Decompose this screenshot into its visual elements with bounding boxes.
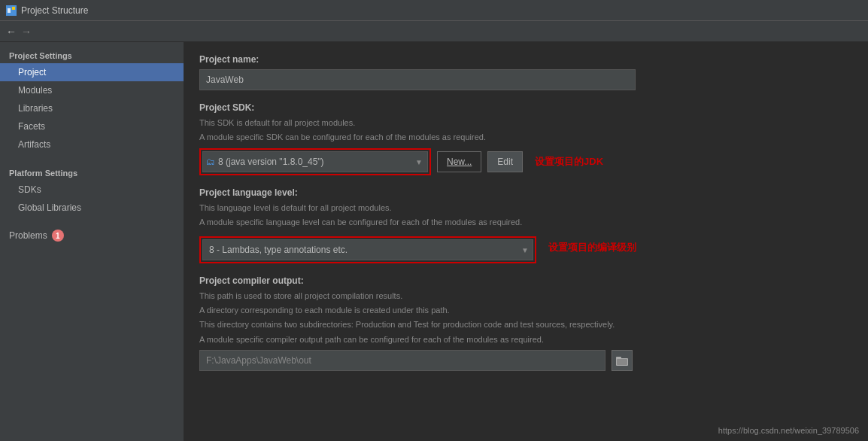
problems-section: Problems 1 bbox=[0, 226, 184, 245]
compiler-output-input[interactable] bbox=[199, 350, 605, 371]
sdk-annotation: 设置项目的JDK bbox=[535, 155, 603, 169]
lang-annotation: 设置项目的编译级别 bbox=[548, 241, 636, 254]
sidebar-item-facets[interactable]: Facets bbox=[0, 117, 184, 135]
title-bar: Project Structure bbox=[0, 0, 868, 21]
sidebar-item-problems[interactable]: Problems 1 bbox=[0, 226, 184, 245]
sidebar-item-modules[interactable]: Modules bbox=[0, 81, 184, 99]
lang-dropdown-border: 8 - Lambdas, type annotations etc. ▼ bbox=[199, 236, 536, 263]
compiler-desc3: This directory contains two subdirectori… bbox=[199, 319, 853, 330]
problems-label: Problems bbox=[9, 230, 47, 241]
content-area: Project name: Project SDK: This SDK is d… bbox=[184, 42, 868, 441]
lang-desc1: This language level is default for all p… bbox=[199, 202, 853, 214]
svg-rect-1 bbox=[8, 8, 11, 13]
title-bar-text: Project Structure bbox=[21, 5, 88, 16]
back-button[interactable]: ← bbox=[6, 26, 17, 38]
compiler-output-label: Project compiler output: bbox=[199, 275, 853, 286]
sdk-edit-button[interactable]: Edit bbox=[487, 151, 523, 172]
problems-badge: 1 bbox=[52, 230, 64, 242]
sidebar-item-sdks[interactable]: SDKs bbox=[0, 181, 184, 199]
sidebar-item-libraries[interactable]: Libraries bbox=[0, 99, 184, 117]
language-level-section: Project language level: This language le… bbox=[199, 187, 853, 263]
project-sdk-section: Project SDK: This SDK is default for all… bbox=[199, 102, 853, 175]
lang-desc2: A module specific language level can be … bbox=[199, 217, 853, 228]
compiler-output-row bbox=[199, 350, 853, 371]
lang-dropdown-wrapper: 8 - Lambdas, type annotations etc. ▼ bbox=[202, 239, 533, 260]
project-name-section: Project name: bbox=[199, 54, 853, 90]
sdk-desc2: A module specific SDK can be configured … bbox=[199, 132, 853, 143]
sdk-desc1: This SDK is default for all project modu… bbox=[199, 117, 853, 129]
platform-settings-heading: Platform Settings bbox=[0, 163, 184, 181]
compiler-desc2: A directory corresponding to each module… bbox=[199, 305, 853, 316]
project-settings-heading: Project Settings bbox=[0, 45, 184, 63]
svg-rect-5 bbox=[617, 359, 627, 365]
sidebar-item-artifacts[interactable]: Artifacts bbox=[0, 135, 184, 154]
sidebar: Project Settings Project Modules Librari… bbox=[0, 42, 184, 441]
language-level-select[interactable]: 8 - Lambdas, type annotations etc. bbox=[202, 239, 533, 260]
sidebar-item-global-libraries[interactable]: Global Libraries bbox=[0, 199, 184, 217]
sdk-folder-icon: 🗂 bbox=[206, 157, 215, 167]
app-icon bbox=[6, 5, 17, 16]
footer-link: https://blog.csdn.net/weixin_39789506 bbox=[718, 426, 859, 435]
compiler-desc4: A module specific compiler output path c… bbox=[199, 334, 853, 345]
sidebar-item-project[interactable]: Project bbox=[0, 63, 184, 81]
sdk-new-button[interactable]: New... bbox=[437, 151, 481, 172]
main-layout: Project Settings Project Modules Librari… bbox=[0, 42, 868, 441]
nav-bar: ← → bbox=[0, 21, 868, 42]
forward-button[interactable]: → bbox=[21, 26, 32, 38]
project-name-input[interactable] bbox=[199, 69, 636, 90]
language-level-label: Project language level: bbox=[199, 187, 853, 198]
browse-folder-button[interactable] bbox=[612, 350, 633, 371]
project-sdk-label: Project SDK: bbox=[199, 102, 853, 113]
sdk-select-inner: 🗂 8 (java version "1.8.0_45") ▼ bbox=[202, 151, 428, 172]
compiler-desc1: This path is used to store all project c… bbox=[199, 290, 853, 302]
sdk-select[interactable]: 8 (java version "1.8.0_45") bbox=[218, 157, 424, 167]
project-name-label: Project name: bbox=[199, 54, 853, 65]
sdk-row: 🗂 8 (java version "1.8.0_45") ▼ New... E… bbox=[199, 148, 853, 175]
compiler-output-section: Project compiler output: This path is us… bbox=[199, 275, 853, 372]
sdk-dropdown-border: 🗂 8 (java version "1.8.0_45") ▼ bbox=[199, 148, 431, 175]
svg-rect-2 bbox=[12, 7, 15, 10]
